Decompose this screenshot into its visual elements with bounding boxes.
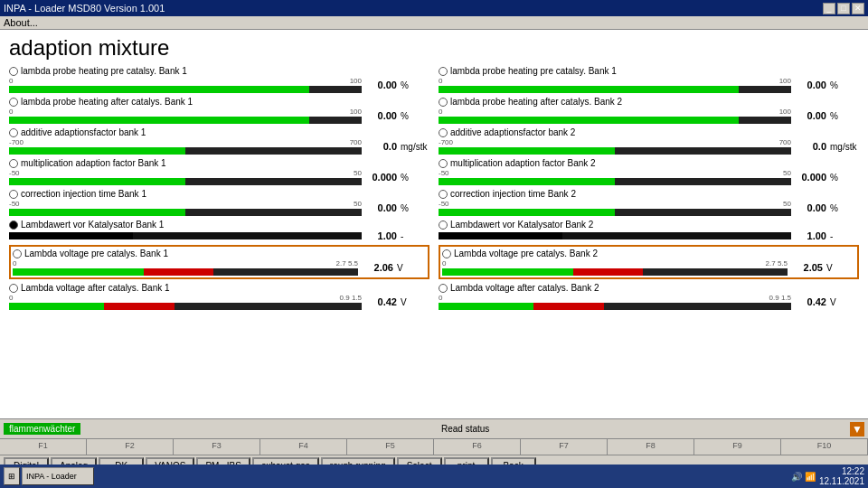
radio-row7-left[interactable] [13,249,22,258]
row-row1-left: lambda probe heating pre catalsy. Bank 1… [9,66,429,93]
bar-red-row8-left [104,303,175,310]
arrow-down-icon[interactable]: ▼ [850,422,864,436]
bar-track-row6-left [9,232,362,239]
close-button[interactable]: ✕ [852,3,864,14]
radio-row2-right[interactable] [439,98,448,107]
label-row7-right: Lambda voltage pre catalys. Bank 2 [454,249,598,258]
label-row3-right: additive adaptionsfactor bank 2 [450,127,575,137]
radio-row3-left[interactable] [9,128,18,137]
fn-key-f9[interactable]: F9 [694,439,781,455]
taskbar-app-btn[interactable]: INPA - Loader [22,467,94,485]
bar-area-row6-right: 1.00- [439,230,859,241]
fn-key-f2[interactable]: F2 [87,439,174,455]
taskbar-left: ⊞ INPA - Loader [4,467,94,485]
label-row2-right: lambda probe heating after catalys. Bank… [450,97,622,107]
radio-row7-right[interactable] [442,249,451,258]
menu-bar: About... [0,16,868,30]
unit-row2-right: % [830,111,859,121]
bar-track-row4-left [9,178,362,185]
bar-area-row8-right: 00.9 1.50.42V [439,294,859,310]
menu-about[interactable]: About... [4,17,38,28]
bar-area-row4-left: -50500.000% [9,169,429,185]
label-row4-right: multiplication adaption factor Bank 2 [450,158,596,168]
bar-green-row3-right [439,147,615,155]
fn-key-f1[interactable]: F1 [0,439,87,455]
radio-row3-right[interactable] [439,128,448,137]
radio-row4-right[interactable] [439,159,448,168]
window-controls[interactable]: _ □ ✕ [823,3,864,14]
value-row6-left: 1.00 [365,230,397,241]
bar-green-row3-left [9,147,185,155]
value-row1-left: 0.00 [365,80,397,90]
start-button[interactable]: ⊞ [4,467,20,485]
radio-row8-left[interactable] [9,284,18,293]
radio-row6-left[interactable] [9,221,18,230]
tray-icons: 🔊 📶 [791,472,816,482]
value-row8-right: 0.42 [795,296,826,307]
function-key-bar: F1F2F3F4F5F6F7F8F9F10 [0,438,868,455]
bar-track-row5-left [9,209,362,216]
radio-row8-right[interactable] [439,284,448,293]
bar-green-row5-right [439,209,615,216]
fn-key-f7[interactable]: F7 [521,439,608,455]
time: 12:22 [819,466,864,476]
value-row3-right: 0.0 [795,141,826,152]
row-row5-left: correction injection time Bank 1-50500.0… [9,189,429,216]
fn-key-f4[interactable]: F4 [260,439,347,455]
bar-track-row8-left [9,303,362,310]
page-title: adaption mixture [9,35,859,61]
unit-row4-right: % [830,173,859,183]
bar-green-row2-left [9,117,309,124]
bar-red-row7-right [573,268,642,276]
radio-row5-right[interactable] [439,190,448,199]
unit-row7-left: V [397,263,426,273]
bar-track-row1-left [9,86,362,93]
fn-key-f3[interactable]: F3 [174,439,260,455]
bar-green-row8-left [9,303,104,310]
radio-row1-left[interactable] [9,67,18,76]
status-bar: flammenwächter Read status ▼ [0,418,868,438]
bar-area-row8-left: 00.9 1.50.42V [9,294,429,310]
taskbar: ⊞ INPA - Loader 🔊 📶 12:22 12.11.2021 [0,465,868,488]
label-row8-right: Lambda voltage after catalys. Bank 2 [450,283,599,293]
label-row2-left: lambda probe heating after catalys. Bank… [21,97,193,107]
fn-key-f6[interactable]: F6 [434,439,521,455]
fn-key-f5[interactable]: F5 [347,439,434,455]
fn-key-f8[interactable]: F8 [608,439,694,455]
radio-row1-right[interactable] [439,67,448,76]
unit-row3-right: mg/stk [830,142,859,152]
bar-track-row4-right [439,178,791,185]
radio-row4-left[interactable] [9,159,18,168]
unit-row5-left: % [401,203,429,213]
unit-row5-right: % [830,203,859,213]
unit-row6-right: - [830,231,859,241]
unit-row8-left: V [401,297,429,307]
row-row8-left: Lambda voltage after catalys. Bank 100.9… [9,283,429,310]
maximize-button[interactable]: □ [837,3,850,14]
bar-area-row5-left: -50500.00% [9,200,429,216]
bar-green-row1-right [439,86,739,93]
radio-row5-left[interactable] [9,190,18,199]
bar-track-row8-right [439,303,791,310]
fn-key-f10[interactable]: F10 [781,439,868,455]
minimize-button[interactable]: _ [823,3,835,14]
bar-area-row1-left: 01000.00% [9,77,429,93]
row-row7-right: Lambda voltage pre catalys. Bank 202.7 5… [439,245,859,279]
bar-track-row5-right [439,209,791,216]
row-row2-left: lambda probe heating after catalys. Bank… [9,97,429,124]
radio-row2-left[interactable] [9,98,18,107]
label-row4-left: multiplication adaption factor Bank 1 [21,158,166,168]
date: 12.11.2021 [819,476,864,486]
unit-row7-right: V [826,263,855,273]
bar-area-row3-left: -7007000.0mg/stk [9,138,429,155]
bar-track-row7-right [442,268,788,276]
bar-track-row7-left [13,268,358,276]
left-column: lambda probe heating pre catalsy. Bank 1… [9,66,439,314]
value-row7-left: 2.06 [362,262,393,273]
value-row8-left: 0.42 [365,296,397,307]
unit-row3-left: mg/stk [401,142,429,152]
bar-green-row4-left [9,178,185,185]
bar-green-row7-left [13,268,144,276]
clock-display: 12:22 12.11.2021 [819,466,864,486]
radio-row6-right[interactable] [439,221,448,230]
